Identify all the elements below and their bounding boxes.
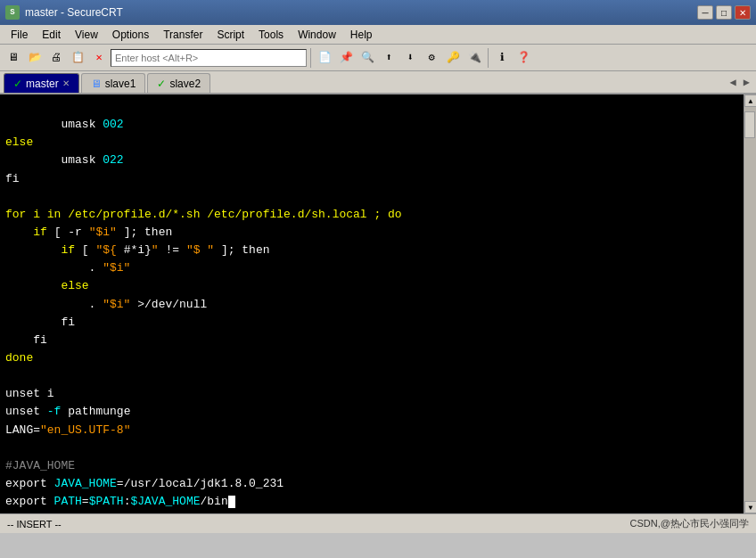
host-input[interactable] xyxy=(111,49,307,67)
menu-file[interactable]: File xyxy=(4,27,35,43)
toolbar-btn-14[interactable]: ℹ xyxy=(492,48,512,68)
toolbar-btn-15[interactable]: ❓ xyxy=(514,48,533,68)
toolbar-btn-7[interactable]: 📌 xyxy=(336,48,356,68)
tab-slave1[interactable]: 🖥 slave1 xyxy=(81,73,146,93)
tab-check-slave2: ✓ xyxy=(157,78,166,90)
tab-slave2[interactable]: ✓ slave2 xyxy=(147,73,210,93)
open-icon: 📂 xyxy=(29,51,42,64)
scroll-up-button[interactable]: ▲ xyxy=(744,94,756,107)
menu-bar: File Edit View Options Transfer Script T… xyxy=(0,25,756,45)
scrollbar-vertical[interactable]: ▲ ▼ xyxy=(744,94,756,513)
print-icon: 🖨 xyxy=(51,51,62,64)
terminal-content: umask 002 else umask 022 fi for i in /et… xyxy=(0,94,756,513)
toolbar-btn-13[interactable]: 🔌 xyxy=(464,48,484,68)
paste-icon: 📌 xyxy=(340,51,353,64)
find-icon: 🔍 xyxy=(361,51,374,64)
tab-bar: ✓ master ✕ 🖥 slave1 ✓ slave2 ◀ ▶ xyxy=(0,71,756,94)
tab-icon-slave1: 🖥 xyxy=(91,78,102,90)
tab-master[interactable]: ✓ master ✕ xyxy=(4,73,79,93)
menu-help[interactable]: Help xyxy=(343,27,380,43)
toolbar-btn-11[interactable]: ⚙ xyxy=(422,48,441,68)
copy2-icon: 📄 xyxy=(318,51,332,64)
tab-label-slave2: slave2 xyxy=(169,78,201,90)
copy-icon: 📋 xyxy=(71,51,85,64)
close-button[interactable]: ✕ xyxy=(735,5,751,20)
help-icon: ❓ xyxy=(517,51,530,64)
toolbar-btn-8[interactable]: 🔍 xyxy=(357,48,377,68)
minimize-button[interactable]: ─ xyxy=(697,5,713,20)
connect-icon: 🔌 xyxy=(468,51,481,64)
key-icon: 🔑 xyxy=(447,51,460,64)
app-icon: S xyxy=(5,5,20,20)
toolbar-btn-1[interactable]: 🖥 xyxy=(4,48,23,68)
window-controls: ─ □ ✕ xyxy=(697,5,751,20)
menu-view[interactable]: View xyxy=(68,27,105,43)
insert-mode-indicator: -- INSERT -- xyxy=(7,519,62,529)
tab-label-master: master xyxy=(26,78,59,90)
code-display: umask 002 else umask 022 fi for i in /et… xyxy=(5,98,751,513)
tab-navigation: ◀ ▶ xyxy=(727,76,752,93)
toolbar: 🖥 📂 🖨 📋 ✕ 📄 📌 🔍 ⬆ ⬇ ⚙ 🔑 🔌 ℹ ❓ xyxy=(0,45,756,71)
menu-script[interactable]: Script xyxy=(210,27,251,43)
toolbar-btn-6[interactable]: 📄 xyxy=(315,48,334,68)
toolbar-btn-2[interactable]: 📂 xyxy=(25,48,45,68)
term-icon: ⚙ xyxy=(428,51,434,64)
tab-close-master[interactable]: ✕ xyxy=(62,78,70,88)
menu-transfer[interactable]: Transfer xyxy=(156,27,210,43)
menu-tools[interactable]: Tools xyxy=(251,27,291,43)
separator-2 xyxy=(488,48,489,68)
menu-window[interactable]: Window xyxy=(291,27,343,43)
toolbar-btn-12[interactable]: 🔑 xyxy=(443,48,463,68)
new-icon: 🖥 xyxy=(8,51,19,64)
tab-check-master: ✓ xyxy=(13,78,22,90)
download-icon: ⬇ xyxy=(407,51,413,64)
toolbar-btn-5[interactable]: ✕ xyxy=(89,48,109,68)
toolbar-btn-4[interactable]: 📋 xyxy=(68,48,87,68)
maximize-button[interactable]: □ xyxy=(716,5,732,20)
menu-options[interactable]: Options xyxy=(105,27,156,43)
menu-edit[interactable]: Edit xyxy=(35,27,68,43)
stop-icon: ✕ xyxy=(95,51,102,64)
title-bar: S master - SecureCRT ─ □ ✕ xyxy=(0,0,756,25)
window-title: master - SecureCRT xyxy=(25,6,123,19)
scroll-thumb[interactable] xyxy=(744,111,755,138)
toolbar-btn-3[interactable]: 🖨 xyxy=(46,48,66,68)
scroll-down-button[interactable]: ▼ xyxy=(744,501,756,513)
terminal-area[interactable]: umask 002 else umask 022 fi for i in /et… xyxy=(0,94,756,513)
separator-1 xyxy=(310,48,311,68)
status-right-text: CSDN,@热心市民小强同学 xyxy=(630,517,749,530)
toolbar-btn-10[interactable]: ⬇ xyxy=(400,48,420,68)
toolbar-btn-9[interactable]: ⬆ xyxy=(379,48,399,68)
scroll-track[interactable] xyxy=(744,107,756,501)
tab-label-slave1: slave1 xyxy=(105,78,136,90)
tab-next-button[interactable]: ▶ xyxy=(741,76,752,89)
info-icon: ℹ xyxy=(500,51,505,64)
status-bar: -- INSERT -- CSDN,@热心市民小强同学 xyxy=(0,513,756,533)
tab-prev-button[interactable]: ◀ xyxy=(727,76,739,89)
upload-icon: ⬆ xyxy=(385,51,391,64)
